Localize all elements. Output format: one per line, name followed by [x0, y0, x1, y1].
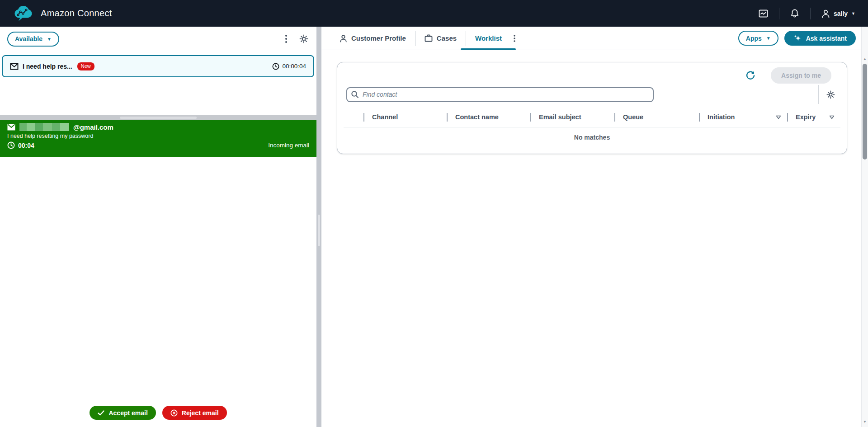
clock-icon	[272, 63, 279, 70]
caret-down-icon: ▼	[47, 37, 52, 42]
ccp-settings-button[interactable]	[298, 33, 309, 44]
top-bar: Amazon Connect	[0, 0, 868, 27]
kebab-menu-icon	[514, 35, 515, 42]
contact-control-panel: Available ▼	[0, 27, 316, 427]
toolbar-divider	[818, 85, 819, 104]
channel-type-label: Incoming email	[268, 142, 309, 149]
redacted-email-address	[19, 123, 69, 131]
apps-dropdown[interactable]: Apps ▼	[738, 31, 778, 46]
column-header-channel[interactable]: Channel	[363, 111, 447, 123]
amazon-connect-logo-icon	[14, 5, 33, 22]
bell-icon	[790, 9, 799, 18]
selection-column-header	[346, 111, 363, 123]
ccp-toolbar: Available ▼	[7, 31, 309, 47]
scroll-down-arrow[interactable]: ▼	[862, 419, 868, 425]
incoming-timer: 00:04	[18, 142, 34, 149]
email-domain: @gmail.com	[73, 123, 113, 131]
metrics-button[interactable]	[748, 6, 779, 21]
briefcase-icon	[425, 34, 433, 42]
worklist-search-row	[337, 85, 847, 104]
table-header-rule	[344, 127, 840, 127]
accept-email-button[interactable]: Accept email	[90, 406, 156, 420]
person-icon	[340, 34, 347, 42]
user-menu[interactable]: sally ▼	[811, 9, 855, 18]
column-header-contact-name[interactable]: Contact name	[447, 111, 530, 123]
task-timer: 00:00:04	[282, 63, 306, 70]
ccp-action-buttons: Accept email Reject email	[0, 406, 316, 420]
user-name: sally	[834, 10, 848, 17]
incoming-task-banner[interactable]: I need help res... New 00:00:04	[2, 55, 314, 77]
tab-cases[interactable]: Cases	[415, 27, 466, 50]
kebab-menu-icon	[285, 35, 287, 43]
assign-to-me-button[interactable]: Assign to me	[771, 67, 831, 84]
column-header-initiation[interactable]: Initiation	[699, 111, 787, 123]
column-header-queue[interactable]: Queue	[614, 111, 699, 123]
worklist-toolbar: Assign to me	[337, 62, 847, 84]
agent-status-label: Available	[15, 35, 42, 42]
notifications-button[interactable]	[779, 6, 810, 21]
find-contact-input[interactable]	[346, 87, 654, 102]
metrics-icon	[759, 9, 768, 18]
incoming-email-card[interactable]: @gmail.com I need help resetting my pass…	[0, 120, 316, 157]
empty-state-text: No matches	[337, 134, 847, 141]
x-circle-icon	[170, 409, 178, 417]
vertical-scrollbar[interactable]: ▲ ▼	[861, 27, 868, 427]
agent-status-dropdown[interactable]: Available ▼	[7, 32, 59, 47]
clock-icon	[7, 141, 15, 149]
user-icon	[821, 9, 830, 18]
caret-down-icon: ▼	[766, 36, 771, 41]
scrollbar-thumb[interactable]	[863, 64, 867, 160]
app-window: Amazon Connect	[0, 0, 868, 427]
chevron-down-icon: ▼	[851, 11, 855, 16]
sparkle-icon	[793, 34, 802, 42]
email-icon	[10, 63, 19, 70]
column-header-expiry[interactable]: Expiry	[787, 111, 840, 123]
column-divider	[530, 113, 531, 122]
workspace-tabbar: Customer Profile Cases Worklist	[321, 27, 861, 50]
worklist-table-header: Channel Contact name Email subject	[346, 111, 847, 123]
scroll-up-arrow[interactable]: ▲	[862, 56, 868, 62]
column-divider	[363, 113, 364, 122]
reject-email-button[interactable]: Reject email	[162, 406, 227, 420]
gear-icon	[299, 34, 308, 43]
ask-assistant-button[interactable]: Ask assistant	[784, 31, 856, 46]
task-title: I need help res...	[23, 63, 72, 70]
main-layout: Available ▼	[0, 27, 868, 427]
worklist-panel: Assign to me	[321, 50, 861, 427]
ccp-more-menu-button[interactable]	[284, 34, 288, 44]
column-divider	[447, 113, 448, 122]
tab-worklist[interactable]: Worklist	[466, 27, 511, 50]
new-badge: New	[77, 62, 94, 70]
refresh-button[interactable]	[745, 70, 756, 81]
sort-caret-icon[interactable]	[776, 115, 781, 119]
column-divider	[787, 113, 788, 122]
app-title: Amazon Connect	[41, 8, 112, 19]
column-header-email-subject[interactable]: Email subject	[530, 111, 614, 123]
worklist-card: Assign to me	[337, 62, 847, 154]
email-icon	[7, 124, 15, 131]
horizontal-resize-handle[interactable]	[0, 115, 316, 120]
gear-icon	[826, 90, 835, 99]
sort-caret-icon[interactable]	[829, 115, 835, 119]
email-subject: I need help resetting my password	[7, 133, 309, 139]
column-divider	[699, 113, 700, 122]
worklist-settings-button[interactable]	[826, 89, 836, 100]
check-icon	[98, 410, 104, 416]
tab-customer-profile[interactable]: Customer Profile	[330, 27, 415, 50]
refresh-icon	[745, 70, 755, 80]
resize-grip	[120, 117, 197, 119]
workspace-actions: Apps ▼ Ask assistant	[738, 27, 861, 50]
resize-grip	[318, 215, 320, 246]
vertical-resize-handle[interactable]	[316, 27, 321, 427]
search-icon	[351, 90, 359, 99]
top-actions: sally ▼	[748, 6, 855, 21]
agent-workspace: Customer Profile Cases Worklist	[321, 27, 861, 427]
tab-overflow-menu-button[interactable]	[511, 27, 518, 50]
column-divider	[614, 113, 615, 122]
